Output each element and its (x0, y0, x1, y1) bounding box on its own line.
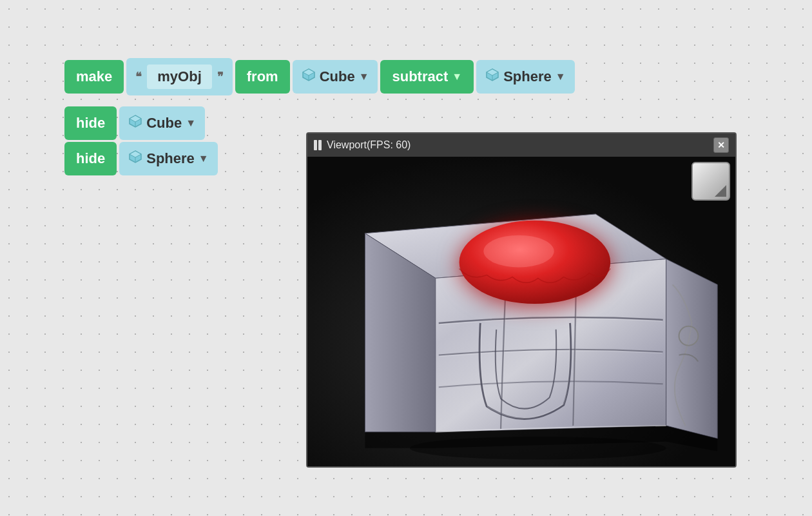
obj-name-value: myObj (147, 64, 211, 89)
svg-point-22 (679, 326, 699, 346)
hide-sphere-obj-block[interactable]: Sphere ▼ (119, 142, 217, 175)
myobj-block[interactable]: ❝ myObj ❞ (126, 58, 232, 95)
svg-point-21 (483, 235, 554, 268)
sphere-label: Sphere (503, 68, 552, 85)
hide-cube-icon (128, 114, 142, 132)
block-canvas: make ❝ myObj ❞ from Cube ▼ (0, 0, 812, 516)
make-block[interactable]: make (64, 60, 124, 94)
sphere-dropdown-arrow: ▼ (556, 71, 566, 83)
hide-sphere-dropdown-arrow: ▼ (198, 153, 209, 164)
cube1-dropdown-arrow: ▼ (359, 71, 369, 83)
sphere-block[interactable]: Sphere ▼ (476, 60, 574, 94)
viewport-titlebar[interactable]: Viewport(FPS: 60) ✕ (307, 134, 735, 157)
from-block[interactable]: from (235, 60, 290, 94)
viewport-close-button[interactable]: ✕ (713, 137, 729, 153)
hide-sphere-block-row: hide Sphere ▼ (64, 142, 218, 175)
hide-sphere-label: hide (76, 150, 105, 167)
viewport-title: Viewport(FPS: 60) (327, 139, 411, 151)
subtract-label: subtract (392, 68, 448, 85)
pause-icon (314, 140, 322, 150)
from-label: from (247, 68, 278, 85)
viewport-window: Viewport(FPS: 60) ✕ (306, 132, 737, 468)
scene-svg (307, 157, 735, 466)
svg-point-19 (410, 437, 666, 460)
hide-sphere-obj-label: Sphere (146, 150, 195, 167)
hide-cube-block[interactable]: hide (64, 106, 117, 140)
hide-cube-label: hide (76, 115, 105, 132)
cube1-icon (302, 68, 316, 86)
cube1-label: Cube (320, 68, 355, 85)
hide-cube-dropdown-arrow: ▼ (186, 117, 196, 129)
hide-sphere-block[interactable]: hide (64, 142, 117, 175)
quote-close: ❞ (217, 70, 224, 84)
hide-cube-block-row: hide Cube ▼ (64, 106, 205, 140)
make-label: make (76, 68, 112, 85)
viewport-content (307, 157, 735, 466)
sphere-icon (485, 68, 499, 86)
hide-cube-obj-block[interactable]: Cube ▼ (119, 106, 205, 140)
quote-open: ❝ (135, 70, 142, 84)
cube1-block[interactable]: Cube ▼ (293, 60, 378, 94)
viewport-orientation-button[interactable] (691, 162, 730, 201)
hide-sphere-icon (128, 150, 142, 168)
subtract-block[interactable]: subtract ▼ (380, 60, 474, 94)
subtract-dropdown-arrow: ▼ (452, 71, 462, 83)
hide-cube-obj-label: Cube (146, 115, 182, 132)
make-block-row: make ❝ myObj ❞ from Cube ▼ (64, 58, 575, 95)
